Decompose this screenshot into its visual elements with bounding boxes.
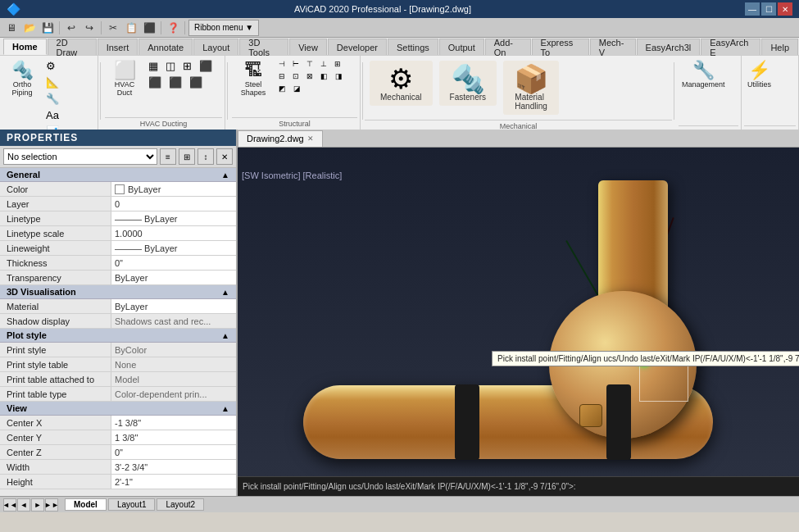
next-button[interactable]: ► — [31, 498, 44, 512]
tab-output[interactable]: Output — [439, 39, 484, 55]
struct-sub12-button[interactable]: ◪ — [290, 83, 304, 94]
hvac-sub4-button[interactable]: ⬛ — [196, 58, 216, 74]
tab-home[interactable]: Home — [3, 39, 47, 55]
mechanical-button[interactable]: ⚙ Mechanical — [370, 61, 433, 106]
separator — [674, 62, 674, 120]
prop-thickness-label: Thickness — [0, 256, 111, 270]
ribbon-group-piping: 🔩 OrthoPiping ⚙ 📐 🔧 Aa 📊 ⬛ Piping — [0, 56, 98, 130]
prop-centerz-value[interactable]: 0" — [111, 445, 236, 459]
hvac-sub2-button[interactable]: ◫ — [162, 58, 179, 74]
new-button[interactable]: 🖥 — [3, 20, 20, 36]
tab-3d-tools[interactable]: 3D Tools — [239, 39, 288, 55]
prop-color-value[interactable]: ByLayer — [111, 182, 236, 196]
utilities-button[interactable]: ⚡ Utilities — [744, 58, 774, 91]
section-plot-header[interactable]: Plot style ▲ — [0, 329, 236, 343]
tab-express-to[interactable]: Express To — [532, 39, 589, 55]
struct-sub11-button[interactable]: ◩ — [275, 83, 289, 94]
minimize-button[interactable]: — — [745, 2, 760, 16]
hvac-sub5-button[interactable]: ⬛ — [145, 75, 165, 90]
properties-btn4[interactable]: ✕ — [216, 148, 233, 165]
prop-centerx-label: Center X — [0, 416, 111, 430]
piping-sub1-button[interactable]: ⚙ — [43, 58, 62, 74]
prop-material-value[interactable]: ByLayer — [111, 299, 236, 313]
tab-add-on[interactable]: Add-On — [485, 39, 531, 55]
maximize-button[interactable]: ☐ — [761, 2, 776, 16]
tab-developer[interactable]: Developer — [328, 39, 387, 55]
prop-linetype-scale-value[interactable]: 1.0000 — [111, 226, 236, 240]
struct-sub3-button[interactable]: ⊤ — [303, 58, 316, 70]
struct-sub6-button[interactable]: ⊟ — [275, 70, 288, 82]
tab-layout[interactable]: Layout — [193, 39, 238, 55]
struct-sub10-button[interactable]: ◨ — [332, 70, 346, 82]
selection-dropdown[interactable]: No selection — [3, 148, 157, 165]
piping-sub4-button[interactable]: Aa — [43, 107, 62, 123]
struct-sub4-button[interactable]: ⊥ — [317, 58, 330, 70]
last-button[interactable]: ►► — [45, 498, 58, 512]
prev-button[interactable]: ◄ — [17, 498, 30, 512]
redo-button[interactable]: ↪ — [81, 20, 98, 36]
tab-mech-v[interactable]: Mech-V — [590, 39, 636, 55]
layout1-tab[interactable]: Layout1 — [108, 498, 156, 511]
3d-scene[interactable]: [SW Isometric] [Realistic] Pick install … — [238, 148, 799, 476]
tab-settings[interactable]: Settings — [388, 39, 438, 55]
prop-transparency-value[interactable]: ByLayer — [111, 271, 236, 284]
section-view-header[interactable]: View ▲ — [0, 402, 236, 416]
hvac-sub6-button[interactable]: ⬛ — [166, 75, 185, 90]
doc-tab-close-icon[interactable]: ✕ — [307, 134, 314, 143]
section-general-header[interactable]: General ▲ — [0, 168, 236, 182]
open-button[interactable]: 📂 — [21, 20, 38, 36]
prop-linetype-value[interactable]: ——— ByLayer — [111, 211, 236, 225]
save-button[interactable]: 💾 — [39, 20, 56, 36]
piping-sub3-button[interactable]: 🔧 — [43, 91, 62, 107]
hvac-sub3-button[interactable]: ⊞ — [179, 58, 195, 74]
struct-sub1-button[interactable]: ⊣ — [275, 58, 288, 70]
prop-centery-value[interactable]: 1 3/8" — [111, 430, 236, 444]
prop-lineweight-value[interactable]: ——— ByLayer — [111, 241, 236, 255]
properties-btn2[interactable]: ⊞ — [179, 148, 195, 165]
struct-sub9-button[interactable]: ◧ — [317, 70, 331, 82]
tab-easyarch-e[interactable]: EasyArch E — [701, 39, 760, 55]
model-tab[interactable]: Model — [65, 498, 107, 511]
struct-sub8-button[interactable]: ⊠ — [303, 70, 316, 82]
ribbon-group-hvac: ⬜ HVACDuct ▦ ◫ ⊞ ⬛ ⬛ ⬛ ⬛ HVAC Ducting — [102, 56, 225, 130]
piping-sub2-button[interactable]: 📐 — [43, 75, 62, 90]
ortho-piping-button[interactable]: 🔩 OrthoPiping — [2, 58, 42, 99]
properties-btn3[interactable]: ↕ — [197, 148, 214, 165]
prop-width-value[interactable]: 3'-2 3/4" — [111, 460, 236, 474]
doc-tab-drawing2[interactable]: Drawing2.dwg ✕ — [238, 130, 323, 147]
paste-button[interactable]: 📋 — [123, 20, 139, 36]
material-handling-button[interactable]: 📦 MaterialHandling — [503, 61, 559, 115]
hvac-sub7-button[interactable]: ⬛ — [186, 75, 206, 90]
prop-layer-value[interactable]: 0 — [111, 197, 236, 211]
first-button[interactable]: ◄◄ — [3, 498, 16, 512]
prop-thickness-row: Thickness 0" — [0, 256, 236, 271]
section-3dvis-header[interactable]: 3D Visualisation ▲ — [0, 285, 236, 299]
management-button[interactable]: 🔧 Management — [679, 58, 729, 91]
hvac-duct-button[interactable]: ⬜ HVACDuct — [105, 58, 144, 99]
prop-height-value[interactable]: 2'-1" — [111, 475, 236, 489]
hvac-sub1-button[interactable]: ▦ — [145, 58, 161, 74]
undo-button[interactable]: ↩ — [63, 20, 79, 36]
tab-insert[interactable]: Insert — [98, 39, 138, 55]
prop-thickness-value[interactable]: 0" — [111, 256, 236, 270]
section-plot-label: Plot style — [7, 330, 47, 340]
steel-shapes-button[interactable]: 🏗 SteelShapes — [232, 58, 275, 99]
tab-help[interactable]: Help — [761, 39, 798, 55]
tab-view[interactable]: View — [289, 39, 327, 55]
struct-sub2-button[interactable]: ⊢ — [289, 58, 302, 70]
ribbon-group-mechanical-section: ⚙ Mechanical 🔩 Fasteners 📦 MaterialHandl… — [365, 56, 672, 130]
tab-annotate[interactable]: Annotate — [138, 39, 193, 55]
prop-centerx-value[interactable]: -1 3/8" — [111, 416, 236, 430]
ribbon-menu-button[interactable]: Ribbon menu ▼ — [188, 20, 259, 36]
tab-2d-draw[interactable]: 2D Draw — [48, 39, 97, 55]
tab-easyarch3l[interactable]: EasyArch3l — [637, 39, 701, 55]
properties-btn1[interactable]: ≡ — [160, 148, 176, 165]
fasteners-button[interactable]: 🔩 Fasteners — [439, 61, 497, 106]
cut-button[interactable]: ✂ — [105, 20, 121, 36]
block-button[interactable]: ⬛ — [141, 20, 157, 36]
struct-sub5-button[interactable]: ⊞ — [331, 58, 344, 70]
layout2-tab[interactable]: Layout2 — [157, 498, 204, 511]
struct-sub7-button[interactable]: ⊡ — [289, 70, 302, 82]
help-button[interactable]: ❓ — [165, 20, 181, 36]
close-button[interactable]: ✕ — [778, 2, 792, 16]
